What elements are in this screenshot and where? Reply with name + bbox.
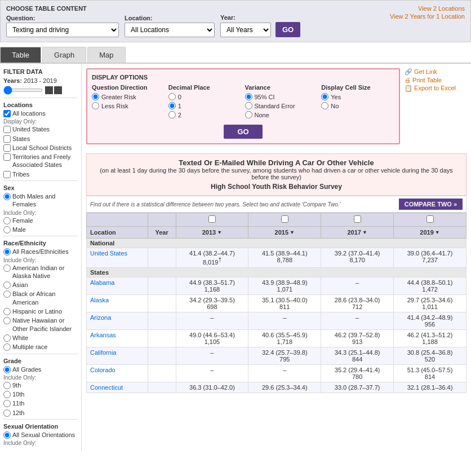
greater-risk-radio[interactable]: [92, 93, 99, 100]
year-2019-header[interactable]: 2019▼: [394, 227, 466, 239]
tab-table[interactable]: Table: [0, 47, 41, 63]
year-2015-header[interactable]: 2015▼: [248, 227, 321, 239]
race-aian-radio[interactable]: [3, 265, 11, 272]
cb-2015[interactable]: [281, 215, 288, 223]
alaska-link[interactable]: Alaska: [90, 297, 109, 303]
less-risk-radio[interactable]: [92, 102, 99, 109]
year-select[interactable]: All Years: [220, 23, 271, 37]
ci-radio[interactable]: [245, 93, 252, 100]
connecticut-link[interactable]: Connecticut: [90, 384, 123, 391]
orientation-all-radio[interactable]: [3, 431, 11, 439]
none-var-radio[interactable]: [245, 111, 252, 118]
decimal-1-label[interactable]: 1: [168, 102, 242, 109]
location-tribes-label[interactable]: Tribes: [3, 170, 78, 178]
view-years-link[interactable]: View 2 Years for 1 Location: [390, 13, 465, 20]
se-label[interactable]: Standard Error: [245, 102, 318, 109]
arkansas-link[interactable]: Arkansas: [90, 332, 116, 338]
all-locations-checkbox-label[interactable]: All locations: [3, 109, 78, 117]
sex-both-radio[interactable]: [3, 193, 11, 200]
grade-10-label[interactable]: 10th: [3, 390, 78, 398]
decimal-0-radio[interactable]: [168, 93, 176, 100]
sex-female-label[interactable]: Female: [3, 217, 78, 224]
location-lsd-cb[interactable]: [3, 144, 11, 152]
race-all-radio[interactable]: [3, 248, 11, 255]
tab-map[interactable]: Map: [87, 47, 125, 63]
decimal-2-label[interactable]: 2: [168, 111, 242, 118]
location-states-cb[interactable]: [3, 135, 11, 143]
location-territories-cb[interactable]: [3, 153, 11, 161]
sort-2013-icon[interactable]: ▼: [217, 230, 222, 235]
race-black-radio[interactable]: [3, 290, 11, 298]
print-table-link[interactable]: 🖨 Print Table: [405, 77, 466, 83]
race-all-label[interactable]: All Races/Ethnicities: [3, 248, 78, 255]
cb-2017[interactable]: [354, 215, 361, 223]
sex-both-label[interactable]: Both Males and Females: [3, 192, 78, 209]
display-go-button[interactable]: GO: [224, 125, 262, 139]
tab-graph[interactable]: Graph: [42, 47, 86, 63]
sort-2019-icon[interactable]: ▼: [435, 230, 440, 235]
greater-risk-label[interactable]: Greater Risk: [92, 93, 165, 100]
race-white-radio[interactable]: [3, 334, 11, 342]
race-aian-label[interactable]: American Indian or Alaska Native: [3, 264, 78, 280]
cell-no-label[interactable]: No: [321, 102, 394, 109]
arizona-link[interactable]: Arizona: [90, 314, 111, 321]
race-asian-label[interactable]: Asian: [3, 281, 78, 289]
ci-label[interactable]: 95% CI: [245, 93, 318, 100]
california-link[interactable]: California: [90, 349, 116, 356]
view-locations-link[interactable]: View 2 Locations: [390, 5, 465, 12]
cb-2019[interactable]: [426, 215, 434, 223]
question-select[interactable]: Texting and driving: [6, 23, 119, 37]
us-link[interactable]: United States: [90, 250, 127, 257]
all-locations-checkbox[interactable]: [3, 110, 11, 117]
se-radio[interactable]: [245, 102, 252, 109]
grade-all-label[interactable]: All Grades: [3, 365, 78, 373]
race-multi-radio[interactable]: [3, 343, 11, 351]
grade-9-radio[interactable]: [3, 382, 11, 389]
cb-2013[interactable]: [208, 215, 216, 223]
sort-2017-icon[interactable]: ▼: [362, 230, 367, 235]
location-states-label[interactable]: States: [3, 135, 78, 143]
sex-female-radio[interactable]: [3, 217, 11, 224]
race-black-label[interactable]: Black or African American: [3, 290, 78, 306]
sex-male-label[interactable]: Male: [3, 226, 78, 233]
race-hispanic-label[interactable]: Hispanic or Latino: [3, 307, 78, 315]
sex-male-radio[interactable]: [3, 226, 11, 233]
grade-12-label[interactable]: 12th: [3, 409, 78, 417]
race-nhopi-radio[interactable]: [3, 317, 11, 324]
year-block-1[interactable]: [45, 86, 53, 94]
sort-2015-icon[interactable]: ▼: [290, 230, 295, 235]
year-2017-header[interactable]: 2017▼: [321, 227, 394, 239]
colorado-link[interactable]: Colorado: [90, 367, 115, 373]
year-range-slider[interactable]: [3, 89, 43, 92]
race-nhopi-label[interactable]: Native Hawaiian or Other Pacific Islande…: [3, 316, 78, 333]
less-risk-label[interactable]: Less Risk: [92, 102, 165, 109]
alabama-link[interactable]: Alabama: [90, 279, 114, 286]
grade-12-radio[interactable]: [3, 409, 11, 417]
export-excel-link[interactable]: 📋 Export to Excel: [405, 85, 466, 92]
grade-11-label[interactable]: 11th: [3, 399, 78, 407]
grade-11-radio[interactable]: [3, 400, 11, 407]
cell-no-radio[interactable]: [321, 102, 328, 109]
race-hispanic-radio[interactable]: [3, 308, 11, 315]
year-block-2[interactable]: [54, 86, 62, 94]
location-select[interactable]: All Locations: [125, 23, 215, 37]
none-var-label[interactable]: None: [245, 111, 318, 118]
decimal-1-radio[interactable]: [168, 102, 176, 109]
grade-10-radio[interactable]: [3, 391, 11, 398]
location-us-cb[interactable]: [3, 126, 11, 133]
location-territories-label[interactable]: Territories and Freely Associated States: [3, 153, 78, 169]
header-go-button[interactable]: GO: [276, 22, 300, 37]
location-tribes-cb[interactable]: [3, 171, 11, 178]
race-asian-radio[interactable]: [3, 281, 11, 289]
decimal-0-label[interactable]: 0: [168, 93, 242, 100]
cell-yes-radio[interactable]: [321, 93, 328, 100]
decimal-2-radio[interactable]: [168, 111, 176, 118]
get-link-link[interactable]: 🔗 Get Link: [405, 68, 466, 76]
grade-9-label[interactable]: 9th: [3, 381, 78, 389]
year-2013-header[interactable]: 2013▼: [176, 227, 248, 239]
cell-yes-label[interactable]: Yes: [321, 93, 394, 100]
race-multi-label[interactable]: Multiple race: [3, 343, 78, 351]
race-white-label[interactable]: White: [3, 334, 78, 342]
location-us-label[interactable]: United States: [3, 125, 78, 133]
grade-all-radio[interactable]: [3, 366, 11, 373]
